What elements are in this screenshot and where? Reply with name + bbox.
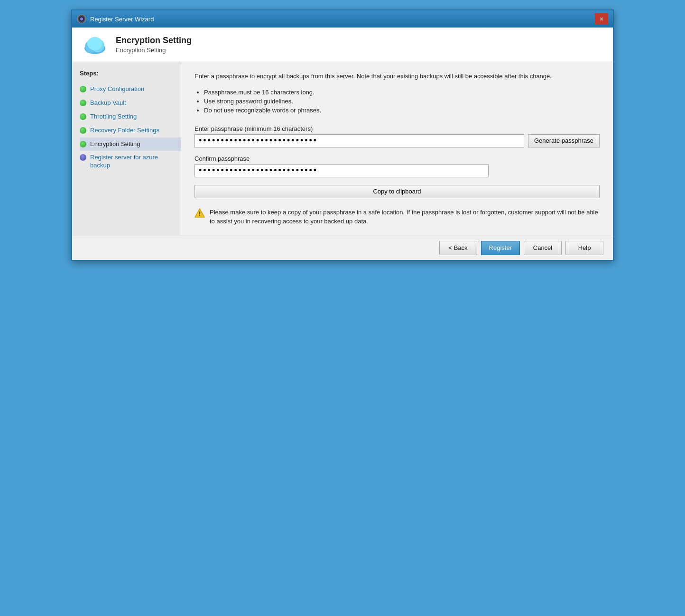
bullet-item-1: Passphrase must be 16 characters long. bbox=[204, 89, 600, 96]
sidebar-label-vault: Backup Vault bbox=[90, 99, 126, 107]
sidebar-label-recovery: Recovery Folder Settings bbox=[90, 127, 159, 135]
passphrase-input[interactable] bbox=[194, 134, 524, 147]
confirm-passphrase-input[interactable] bbox=[194, 164, 489, 177]
sidebar-item-vault[interactable]: Backup Vault bbox=[80, 96, 181, 110]
svg-point-2 bbox=[80, 18, 83, 20]
wizard-window: Register Server Wizard × Encryption Sett… bbox=[71, 9, 614, 261]
passphrase-label: Enter passphrase (minimum 16 characters) bbox=[194, 125, 600, 132]
warning-box: ! Please make sure to keep a copy of you… bbox=[194, 208, 600, 226]
content-area: Steps: Proxy Configuration Backup Vault … bbox=[72, 62, 613, 236]
close-button[interactable]: × bbox=[595, 13, 608, 25]
sidebar-dot-recovery bbox=[80, 127, 86, 134]
sidebar-label-throttling: Throttling Setting bbox=[90, 113, 137, 121]
sidebar-dot-encryption bbox=[80, 141, 86, 147]
warning-icon: ! bbox=[194, 208, 205, 218]
sidebar-item-proxy[interactable]: Proxy Configuration bbox=[80, 83, 181, 96]
sidebar-dot-throttling bbox=[80, 113, 86, 120]
sidebar-label-proxy: Proxy Configuration bbox=[90, 85, 144, 93]
sidebar-dot-vault bbox=[80, 100, 86, 106]
copy-to-clipboard-button[interactable]: Copy to clipboard bbox=[194, 185, 600, 198]
description-text: Enter a passphrase to encrypt all backup… bbox=[194, 72, 600, 81]
header-title: Encryption Setting bbox=[116, 36, 192, 46]
sidebar-steps-label: Steps: bbox=[80, 70, 181, 77]
sidebar-label-register: Register server for azure backup bbox=[90, 154, 177, 170]
svg-point-6 bbox=[87, 37, 102, 50]
passphrase-row: Generate passphrase bbox=[194, 134, 600, 147]
header-subtitle: Encryption Setting bbox=[116, 46, 192, 54]
sidebar-item-encryption[interactable]: Encryption Setting bbox=[80, 138, 181, 151]
bullet-item-3: Do not use recognizable words or phrases… bbox=[204, 107, 600, 114]
warning-text: Please make sure to keep a copy of your … bbox=[210, 208, 600, 226]
sidebar-item-recovery[interactable]: Recovery Folder Settings bbox=[80, 124, 181, 138]
title-bar: Register Server Wizard × bbox=[72, 10, 613, 28]
sidebar-item-register[interactable]: Register server for azure backup bbox=[80, 151, 181, 173]
generate-passphrase-button[interactable]: Generate passphrase bbox=[528, 134, 600, 147]
sidebar-dot-register bbox=[80, 154, 86, 161]
register-button[interactable]: Register bbox=[481, 241, 520, 255]
main-panel: Enter a passphrase to encrypt all backup… bbox=[181, 62, 613, 236]
bullet-item-2: Use strong password guidelines. bbox=[204, 98, 600, 105]
confirm-label: Confirm passphrase bbox=[194, 155, 600, 162]
app-icon bbox=[77, 14, 86, 24]
cloud-icon bbox=[82, 33, 108, 56]
sidebar-item-throttling[interactable]: Throttling Setting bbox=[80, 110, 181, 124]
footer-area: < Back Register Cancel Help bbox=[72, 236, 613, 260]
svg-text:!: ! bbox=[199, 211, 201, 217]
header-titles: Encryption Setting Encryption Setting bbox=[116, 36, 192, 54]
sidebar: Steps: Proxy Configuration Backup Vault … bbox=[72, 62, 181, 236]
cancel-button[interactable]: Cancel bbox=[524, 241, 562, 255]
help-button[interactable]: Help bbox=[565, 241, 603, 255]
sidebar-label-encryption: Encryption Setting bbox=[90, 140, 140, 148]
title-bar-left: Register Server Wizard bbox=[77, 14, 154, 24]
bullet-list: Passphrase must be 16 characters long. U… bbox=[204, 89, 600, 116]
header-area: Encryption Setting Encryption Setting bbox=[72, 28, 613, 62]
window-title: Register Server Wizard bbox=[90, 16, 154, 23]
back-button[interactable]: < Back bbox=[439, 241, 477, 255]
sidebar-dot-proxy bbox=[80, 86, 86, 92]
